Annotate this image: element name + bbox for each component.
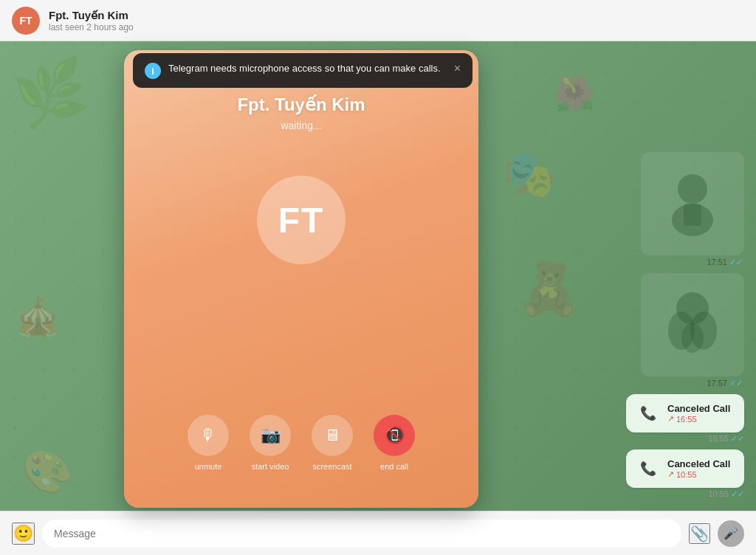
contact-status: last seen 2 hours ago (49, 22, 744, 32)
sticker-image-1 (641, 152, 744, 255)
call-time-row-2: ↗ 10:55 (667, 469, 734, 479)
sticker-image-2 (641, 273, 744, 376)
call-meta-1: 16:55 ✓✓ (626, 434, 744, 444)
call-info-2: Canceled Call ↗ 10:55 (667, 458, 734, 479)
call-status: waiting... (124, 120, 478, 131)
call-info-1: Canceled Call ↗ 16:55 (667, 403, 734, 424)
toast-close-button[interactable]: × (454, 62, 461, 75)
screencast-control: 🖥 screencast (312, 415, 353, 471)
call-time-1: 16:55 (676, 415, 697, 424)
unmute-label: unmute (195, 462, 222, 471)
message-input[interactable] (42, 520, 681, 548)
input-bar: 🙂 📎 🎤 (0, 511, 756, 555)
svg-point-6 (681, 323, 704, 353)
screencast-button[interactable]: 🖥 (312, 415, 353, 456)
call-controls: 🎙 unmute 📷 start video 🖥 screencast 📵 en… (124, 415, 478, 471)
sticker-message-2: 17:57 ✓✓ (641, 273, 744, 388)
toast-info-icon: i (145, 63, 161, 79)
sticker2-time: 17:57 ✓✓ (707, 379, 744, 388)
sticker1-time: 17:51 ✓✓ (707, 258, 744, 267)
sticker-message-1: 17:51 ✓✓ (641, 152, 744, 267)
end-call-label: end call (380, 462, 408, 471)
end-call-button[interactable]: 📵 (374, 415, 415, 456)
call-title-1: Canceled Call (667, 403, 734, 414)
call-message-2: 📞 Canceled Call ↗ 10:55 10:55 ✓✓ (626, 449, 744, 499)
svg-rect-2 (684, 204, 701, 226)
call-bubble-2: 📞 Canceled Call ↗ 10:55 (626, 449, 744, 488)
mic-button[interactable]: 🎤 (718, 520, 744, 547)
call-time-row-1: ↗ 16:55 (667, 414, 734, 424)
call-contact-name: Fpt. Tuyến Kim (124, 94, 478, 115)
contact-name: Fpt. Tuyến Kim (49, 9, 744, 22)
call-direction-2: ↗ (667, 469, 674, 479)
end-call-control: 📵 end call (374, 415, 415, 471)
chat-header: FT Fpt. Tuyến Kim last seen 2 hours ago (0, 0, 756, 41)
header-info: Fpt. Tuyến Kim last seen 2 hours ago (49, 9, 744, 32)
call-icon-1: 📞 (636, 401, 660, 425)
call-title-2: Canceled Call (667, 458, 734, 469)
attach-button[interactable]: 📎 (689, 523, 710, 544)
toast-message: Telegram needs microphone access so that… (168, 62, 447, 75)
video-label: start video (252, 462, 289, 471)
call-meta-2: 10:55 ✓✓ (626, 489, 744, 499)
video-control: 📷 start video (250, 415, 291, 471)
svg-point-0 (678, 174, 707, 204)
call-avatar: FT (257, 176, 346, 264)
call-overlay: ⤢ Fpt. Tuyến Kim waiting... FT 🎙 unmute … (124, 50, 478, 508)
unmute-button[interactable]: 🎙 (188, 415, 229, 456)
notification-toast: i Telegram needs microphone access so th… (133, 53, 472, 88)
video-button[interactable]: 📷 (250, 415, 291, 456)
avatar: FT (12, 7, 40, 35)
screencast-label: screencast (312, 462, 351, 471)
unmute-control: 🎙 unmute (188, 415, 229, 471)
call-time-2: 10:55 (676, 470, 697, 479)
emoji-button[interactable]: 🙂 (12, 523, 35, 545)
call-bubble-1: 📞 Canceled Call ↗ 16:55 (626, 394, 744, 432)
call-message-1: 📞 Canceled Call ↗ 16:55 16:55 ✓✓ (626, 394, 744, 444)
messages-container: 17:51 ✓✓ 17:57 ✓✓ 📞 Canceled (626, 152, 744, 499)
call-direction-1: ↗ (667, 414, 674, 424)
call-icon-2: 📞 (636, 457, 660, 480)
